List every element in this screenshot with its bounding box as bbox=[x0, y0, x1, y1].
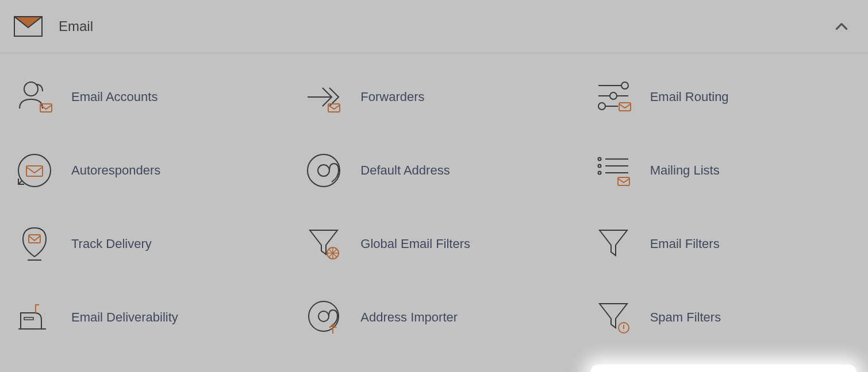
item-email-filters[interactable]: Email Filters bbox=[590, 218, 857, 270]
item-label: Default Address bbox=[360, 163, 450, 178]
item-label: Forwarders bbox=[360, 90, 424, 104]
item-encryption[interactable]: Encryption bbox=[11, 365, 278, 372]
item-email-deliverability[interactable]: Email Deliverability bbox=[11, 291, 278, 344]
svg-point-10 bbox=[308, 154, 340, 187]
autoresponders-icon bbox=[14, 150, 55, 191]
email-deliverability-icon bbox=[14, 297, 55, 338]
svg-point-8 bbox=[18, 154, 51, 187]
svg-point-19 bbox=[309, 301, 339, 331]
item-label: Global Email Filters bbox=[360, 237, 470, 251]
item-label: Email Routing bbox=[650, 90, 729, 104]
panel-title: Email bbox=[59, 18, 93, 34]
email-icon bbox=[14, 16, 43, 37]
svg-point-14 bbox=[598, 172, 601, 175]
item-email-routing[interactable]: Email Routing bbox=[590, 71, 857, 123]
item-email-disk-usage[interactable]: Email Disk Usage bbox=[590, 365, 857, 372]
item-label: Email Filters bbox=[650, 237, 720, 251]
svg-point-12 bbox=[598, 158, 601, 161]
email-panel: Email Email Accounts bbox=[0, 0, 868, 372]
forwarders-icon bbox=[303, 76, 344, 118]
mailing-lists-icon bbox=[593, 150, 634, 191]
svg-point-5 bbox=[610, 92, 617, 99]
item-label: Email Deliverability bbox=[71, 310, 178, 325]
spam-filters-icon bbox=[593, 297, 634, 338]
email-routing-icon bbox=[593, 76, 634, 118]
item-address-importer[interactable]: Address Importer bbox=[301, 291, 567, 344]
item-track-delivery[interactable]: Track Delivery bbox=[11, 218, 278, 270]
item-spam-filters[interactable]: Spam Filters bbox=[590, 291, 857, 344]
svg-point-6 bbox=[598, 103, 605, 110]
item-default-address[interactable]: Default Address bbox=[301, 144, 567, 197]
chevron-up-icon[interactable] bbox=[834, 18, 850, 34]
panel-header[interactable]: Email bbox=[0, 0, 868, 53]
email-filters-icon bbox=[593, 223, 634, 265]
item-label: Track Delivery bbox=[71, 237, 152, 251]
default-address-icon bbox=[303, 150, 344, 191]
items-grid: Email Accounts Forwarders bbox=[11, 71, 857, 372]
item-label: Spam Filters bbox=[650, 310, 721, 325]
item-mailing-lists[interactable]: Mailing Lists bbox=[590, 144, 857, 197]
item-label: Autoresponders bbox=[71, 163, 160, 178]
global-email-filters-icon bbox=[303, 223, 344, 265]
item-label: Mailing Lists bbox=[650, 163, 720, 178]
item-autoresponders[interactable]: Autoresponders bbox=[11, 144, 278, 197]
item-email-accounts[interactable]: Email Accounts bbox=[11, 71, 278, 123]
svg-rect-18 bbox=[24, 317, 33, 320]
svg-point-11 bbox=[318, 165, 329, 176]
svg-point-13 bbox=[598, 165, 601, 168]
item-global-email-filters[interactable]: Global Email Filters bbox=[301, 218, 567, 270]
svg-point-4 bbox=[621, 82, 628, 89]
email-accounts-icon bbox=[14, 76, 55, 118]
track-delivery-icon bbox=[14, 223, 55, 265]
svg-rect-9 bbox=[26, 166, 43, 176]
item-label: Address Importer bbox=[360, 310, 458, 325]
svg-point-20 bbox=[318, 311, 329, 321]
svg-rect-7 bbox=[619, 103, 631, 111]
svg-rect-16 bbox=[29, 235, 40, 243]
address-importer-icon bbox=[303, 297, 344, 338]
panel-body: Email Accounts Forwarders bbox=[0, 53, 868, 372]
item-label: Email Accounts bbox=[71, 90, 158, 104]
svg-rect-15 bbox=[618, 177, 629, 185]
item-configure-greylisting[interactable]: Configure Greylisting bbox=[301, 365, 567, 372]
item-forwarders[interactable]: Forwarders bbox=[301, 71, 567, 123]
